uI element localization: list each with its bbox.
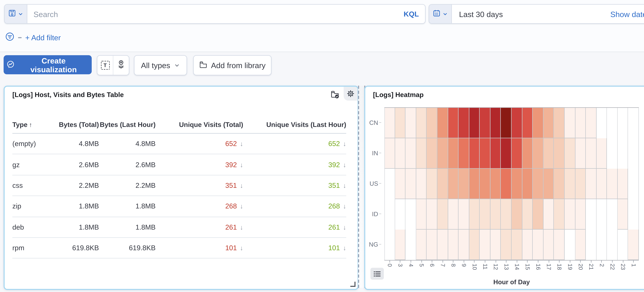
heatmap-cell[interactable] (427, 199, 437, 230)
heatmap-cell[interactable] (490, 138, 501, 169)
add-map-button[interactable] (113, 56, 129, 75)
heatmap-cell[interactable] (469, 199, 480, 230)
kql-language-button[interactable]: KQL (398, 10, 425, 18)
time-range-value[interactable]: Last 30 days (452, 10, 603, 18)
heatmap-cell[interactable] (384, 169, 395, 199)
heatmap-cell[interactable] (512, 199, 522, 230)
cell-visits-last-hour[interactable]: 101↓ (243, 244, 346, 252)
heatmap-cell[interactable] (438, 169, 448, 199)
filter-icon[interactable] (5, 32, 14, 43)
heatmap-cell[interactable] (628, 230, 639, 260)
cell-bytes-last-hour[interactable]: 4.8MB (99, 140, 156, 148)
heatmap-cell[interactable] (416, 230, 427, 260)
heatmap-cell[interactable] (458, 138, 469, 169)
heatmap-cell[interactable] (522, 199, 533, 230)
heatmap-cell[interactable] (469, 169, 480, 199)
heatmap-cell[interactable] (554, 169, 564, 199)
add-filter-link[interactable]: + Add filter (25, 34, 61, 42)
cell-type[interactable]: gz (12, 161, 58, 169)
heatmap-cell[interactable] (395, 199, 406, 230)
heatmap-cell[interactable] (618, 199, 628, 230)
legend-toggle-button[interactable] (370, 268, 384, 280)
heatmap-cell[interactable] (575, 199, 586, 230)
heatmap-cell[interactable] (501, 108, 512, 138)
cell-type[interactable]: css (12, 182, 58, 189)
saved-query-menu-button[interactable] (5, 5, 27, 23)
heatmap-cell[interactable] (618, 169, 628, 199)
cell-type[interactable]: zip (12, 202, 58, 210)
heatmap-cell[interactable] (575, 230, 586, 260)
heatmap-cell[interactable] (480, 199, 490, 230)
heatmap-cell[interactable] (406, 169, 416, 199)
heatmap-cell[interactable] (618, 138, 628, 169)
heatmap-cell[interactable] (501, 169, 512, 199)
heatmap-cell[interactable] (607, 138, 618, 169)
heatmap-cell[interactable] (469, 230, 480, 260)
cell-bytes-total[interactable]: 2.2MB (58, 182, 99, 189)
heatmap-cell[interactable] (544, 169, 554, 199)
heatmap-cell[interactable] (490, 169, 501, 199)
cell-visits-total[interactable]: 652↓ (156, 140, 243, 148)
column-header-type[interactable]: Type↑ (12, 120, 58, 128)
heatmap-cell[interactable] (554, 199, 564, 230)
heatmap-cell[interactable] (469, 108, 480, 138)
cell-type[interactable]: rpm (12, 244, 58, 252)
search-input[interactable] (27, 5, 398, 23)
heatmap-cell[interactable] (618, 230, 628, 260)
date-quick-menu-button[interactable] (429, 5, 452, 23)
heatmap-cell[interactable] (628, 108, 639, 138)
heatmap-cell[interactable] (575, 169, 586, 199)
heatmap-cell[interactable] (607, 108, 618, 138)
heatmap-cell[interactable] (607, 199, 618, 230)
heatmap-cell[interactable] (427, 108, 437, 138)
cell-type[interactable]: (empty) (12, 140, 58, 148)
cell-visits-last-hour[interactable]: 392↓ (243, 161, 346, 169)
heatmap-cell[interactable] (565, 169, 575, 199)
heatmap-cell[interactable] (480, 138, 490, 169)
panel-resize-divider[interactable] (358, 86, 365, 288)
heatmap-cell[interactable] (395, 108, 406, 138)
heatmap-cell[interactable] (416, 169, 427, 199)
cell-visits-total[interactable]: 261↓ (156, 223, 243, 231)
cell-visits-total[interactable]: 351↓ (156, 182, 243, 189)
show-dates-link[interactable]: Show dates (603, 10, 644, 18)
heatmap-cell[interactable] (438, 230, 448, 260)
add-text-button[interactable]: T (97, 56, 113, 75)
heatmap-cell[interactable] (586, 108, 596, 138)
heatmap-cell[interactable] (544, 138, 554, 169)
heatmap-cell[interactable] (607, 169, 618, 199)
heatmap-cell[interactable] (522, 138, 533, 169)
cell-bytes-last-hour[interactable]: 2.6MB (99, 161, 156, 169)
cell-bytes-total[interactable]: 1.8MB (58, 202, 99, 210)
heatmap-cell[interactable] (448, 230, 458, 260)
heatmap-cell[interactable] (565, 230, 575, 260)
heatmap-cell[interactable] (522, 108, 533, 138)
cell-bytes-total[interactable]: 1.8MB (58, 223, 99, 231)
heatmap-cell[interactable] (416, 108, 427, 138)
heatmap-cell[interactable] (512, 230, 522, 260)
heatmap-cell[interactable] (512, 138, 522, 169)
cell-visits-last-hour[interactable]: 261↓ (243, 223, 346, 231)
heatmap-cell[interactable] (575, 138, 586, 169)
heatmap-cell[interactable] (406, 230, 416, 260)
heatmap-cell[interactable] (416, 138, 427, 169)
heatmap-cell[interactable] (384, 230, 395, 260)
heatmap-cell[interactable] (406, 199, 416, 230)
heatmap-cell[interactable] (406, 138, 416, 169)
heatmap-cell[interactable] (586, 138, 596, 169)
add-from-library-button[interactable]: Add from library (193, 55, 272, 75)
heatmap-cell[interactable] (384, 138, 395, 169)
heatmap-cell[interactable] (544, 108, 554, 138)
heatmap-cell[interactable] (522, 230, 533, 260)
heatmap-cell[interactable] (480, 108, 490, 138)
heatmap-cell[interactable] (586, 230, 596, 260)
heatmap-cell[interactable] (458, 230, 469, 260)
heatmap-cell[interactable] (448, 199, 458, 230)
heatmap-cell[interactable] (480, 169, 490, 199)
heatmap-cell[interactable] (533, 230, 544, 260)
heatmap-cell[interactable] (628, 169, 639, 199)
heatmap-cell[interactable] (469, 138, 480, 169)
cell-type[interactable]: deb (12, 223, 58, 231)
heatmap-cell[interactable] (395, 230, 406, 260)
all-types-dropdown[interactable]: All types (134, 55, 187, 75)
